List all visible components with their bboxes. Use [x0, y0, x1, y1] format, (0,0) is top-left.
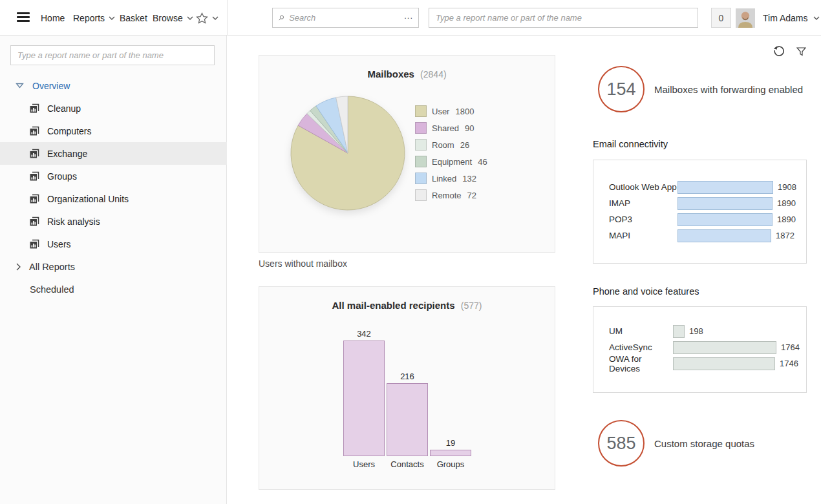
users-without-mailbox-link[interactable]: Users without mailbox [259, 258, 347, 269]
hbar-label: POP3 [609, 215, 677, 224]
hbar-bar [677, 197, 773, 210]
hbar-value: 1746 [780, 359, 798, 368]
chevron-down-icon [212, 16, 219, 20]
sidebar-group-overview[interactable]: Overview [0, 74, 227, 97]
hbar-bar [673, 325, 685, 338]
nav-browse-label: Browse [153, 13, 183, 23]
search-options-ellipsis[interactable]: ... [404, 11, 413, 25]
report-name-search [429, 8, 698, 28]
hbar-row-mapi: MAPI1872 [609, 227, 791, 244]
nav-home[interactable]: Home [41, 0, 65, 36]
legend-value: 1800 [455, 107, 474, 116]
legend-label: Room [432, 140, 454, 150]
sidebar-item-label: Scheduled [30, 284, 74, 295]
phone-voice-card: UM198ActiveSync1764OWA for Devices1746 [593, 306, 807, 393]
hbar-row-imap: IMAP1890 [609, 195, 791, 211]
report-icon [30, 171, 39, 181]
sidebar-item-label: Cleanup [47, 103, 81, 114]
legend-label: User [432, 107, 449, 116]
recipients-bar-chart: 34221619 [343, 329, 555, 456]
sidebar-search-input[interactable] [11, 46, 214, 65]
bar [387, 383, 428, 456]
sidebar-item-risk-analysis[interactable]: Risk analysis [0, 210, 227, 233]
chevron-right-icon [16, 263, 21, 271]
global-search: ... [272, 8, 419, 28]
hbar-bar [677, 213, 773, 226]
sidebar-group-label: Overview [32, 81, 70, 91]
report-name-input[interactable] [429, 8, 698, 27]
hbar-value: 1890 [777, 215, 796, 224]
legend-label: Linked [432, 174, 456, 184]
hbar-value: 1890 [777, 198, 796, 208]
sidebar-item-cleanup[interactable]: Cleanup [0, 97, 227, 120]
report-icon [30, 216, 39, 226]
hbar-bar [673, 341, 776, 354]
hamburger-menu-icon[interactable] [17, 12, 30, 23]
nav-browse[interactable]: Browse [153, 0, 193, 36]
sidebar-item-users[interactable]: Users [0, 233, 227, 255]
stat-value: 154 [606, 79, 635, 100]
mailboxes-card-title: Mailboxes (2844) [259, 68, 555, 79]
legend-item-remote: Remote72 [415, 189, 487, 201]
legend-item-room: Room26 [415, 139, 487, 151]
hbar-label: Outlook Web App [609, 182, 677, 192]
legend-value: 46 [478, 157, 487, 167]
nav-reports-label: Reports [73, 13, 105, 23]
sidebar: Overview CleanupComputersExchangeGroupsO… [0, 36, 227, 504]
hbar-row-outlook-web-app: Outlook Web App1908 [609, 179, 791, 195]
sidebar-item-label: Computers [47, 126, 91, 136]
legend-label: Shared [432, 123, 459, 133]
chart-title: Mailboxes [367, 68, 414, 79]
bar-users: 342 [343, 329, 385, 456]
favorites-menu[interactable] [196, 0, 219, 36]
basket-count-badge[interactable]: 0 [711, 8, 731, 28]
hbar-label: IMAP [609, 198, 677, 208]
sidebar-item-groups[interactable]: Groups [0, 165, 227, 187]
user-menu[interactable]: Tim Adams [763, 0, 820, 36]
nav-basket[interactable]: Basket [120, 0, 147, 36]
hbar-row-pop3: POP31890 [609, 211, 791, 227]
legend-item-linked: Linked132 [415, 173, 487, 184]
nav-home-label: Home [41, 13, 65, 23]
mailboxes-pie-chart [290, 95, 406, 211]
stat-circle-quotas: 585 [598, 420, 645, 467]
legend-swatch [415, 139, 427, 151]
sidebar-item-label: Risk analysis [47, 216, 100, 227]
filter-icon[interactable] [796, 47, 806, 56]
legend-label: Equipment [432, 157, 472, 167]
chart-total: (577) [461, 300, 482, 311]
recipients-card-title: All mail-enabled recipients (577) [259, 300, 555, 311]
chevron-down-icon [109, 16, 115, 20]
phone-voice-heading: Phone and voice features [593, 286, 699, 297]
legend-swatch [415, 156, 427, 167]
search-input[interactable] [289, 13, 404, 23]
legend-item-user: User1800 [415, 105, 487, 117]
refresh-icon[interactable] [773, 46, 784, 58]
sidebar-item-exchange[interactable]: Exchange [0, 142, 227, 165]
bar-category-label: Groups [430, 459, 471, 469]
legend-swatch [415, 189, 427, 201]
topbar-divider [227, 0, 228, 36]
sidebar-item-label: Exchange [47, 149, 87, 159]
report-icon [30, 103, 39, 113]
hbar-value: 1908 [778, 182, 796, 192]
legend-swatch [415, 173, 427, 184]
sidebar-item-scheduled[interactable]: Scheduled [0, 278, 227, 300]
sidebar-group-all-reports[interactable]: All Reports [0, 255, 227, 278]
sidebar-item-label: Users [47, 239, 71, 249]
sidebar-item-organizational-units[interactable]: Organizational Units [0, 187, 227, 210]
stat-circle-forwarding: 154 [598, 66, 645, 112]
hbar-row-activesync: ActiveSync1764 [609, 339, 791, 355]
chevron-expanded-icon [16, 83, 24, 89]
user-avatar[interactable] [736, 8, 755, 28]
email-connectivity-heading: Email connectivity [593, 139, 668, 149]
sidebar-item-computers[interactable]: Computers [0, 120, 227, 142]
bar-value: 342 [357, 329, 371, 339]
nav-reports[interactable]: Reports [73, 0, 115, 36]
stat-label-forwarding: Mailboxes with forwarding enabled [654, 66, 803, 112]
top-bar: Home Reports Basket Browse ... 0 [0, 0, 821, 36]
mailboxes-card: Mailboxes (2844) User1800Shared90Room26E… [259, 55, 555, 253]
chevron-down-icon [187, 16, 193, 20]
legend-value: 72 [467, 191, 476, 200]
sidebar-group-label: All Reports [29, 262, 75, 272]
